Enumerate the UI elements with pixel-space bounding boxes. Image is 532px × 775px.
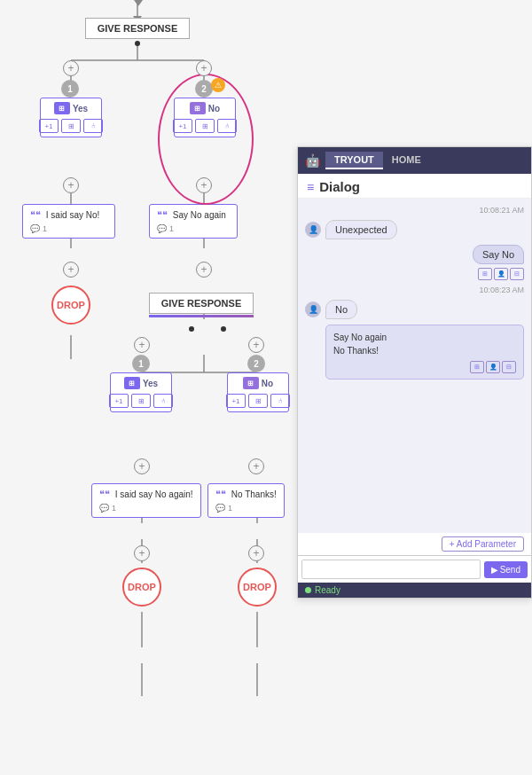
- give-response-node-2[interactable]: GIVE RESPONSE: [149, 293, 254, 314]
- add-btn-right-1[interactable]: +: [196, 60, 212, 76]
- add-btn-gr2-right[interactable]: +: [248, 337, 264, 353]
- branch-action-no-1[interactable]: ⑃: [217, 119, 237, 133]
- badge-lower-right: 2: [247, 355, 265, 372]
- give-response-node-1[interactable]: GIVE RESPONSE: [85, 18, 190, 39]
- action-icon-2c[interactable]: ⊟: [502, 361, 516, 373]
- intent-node-no-1[interactable]: ⊞ No +1 ⊞ ⑃: [174, 98, 236, 137]
- bubble-no: No: [325, 300, 357, 319]
- quote-icon-4: ❝❝: [215, 489, 226, 499]
- bot-line-1: Say No again: [333, 331, 516, 344]
- badge-left-1: 1: [61, 80, 79, 98]
- comment-count-1: 1: [43, 224, 47, 233]
- add-btn-left-1[interactable]: +: [63, 60, 79, 76]
- top-arrow: [134, 0, 143, 6]
- response-text-2: Say No again: [173, 210, 226, 220]
- grid-action-no-1[interactable]: ⊞: [195, 119, 215, 133]
- scroll-spacer: [305, 385, 524, 403]
- add-btn-resp-4[interactable]: +: [248, 545, 264, 561]
- tryout-header: 🤖 TRYOUT HOME: [298, 147, 531, 174]
- branch-dot-2b: [221, 326, 226, 332]
- action-icon-2b[interactable]: 👤: [486, 361, 500, 373]
- intent-node-yes-1[interactable]: ⊞ Yes +1 ⊞ ⑃: [40, 98, 102, 137]
- msg-unexpected-row: 👤 Unexpected: [305, 220, 524, 239]
- action-icon-1b[interactable]: 👤: [494, 268, 508, 280]
- comment-icon-4: 💬: [215, 504, 225, 513]
- comment-icon-2: 💬: [157, 224, 167, 233]
- bubble-say-no: Say No: [473, 245, 524, 264]
- comment-count-2: 1: [169, 224, 174, 233]
- give-response-indicator-2: [149, 315, 254, 317]
- branch-action-yes-2[interactable]: ⑃: [153, 394, 173, 408]
- action-icon-2a[interactable]: ⊞: [470, 361, 484, 373]
- grid-action-yes-2[interactable]: ⊞: [131, 394, 151, 408]
- add-btn-resp-1[interactable]: +: [63, 262, 79, 278]
- branch-action-yes-1[interactable]: ⑃: [83, 119, 103, 133]
- add-btn-gr2-left[interactable]: +: [134, 337, 150, 353]
- response-box-3[interactable]: ❝❝ I said say No again! 💬 1: [91, 483, 201, 518]
- tab-home[interactable]: HOME: [383, 152, 430, 169]
- tryout-tabs: TRYOUT HOME: [325, 152, 430, 169]
- quote-icon-3: ❝❝: [99, 489, 110, 499]
- add-btn-resp-3[interactable]: +: [134, 545, 150, 561]
- action-icons-2: ⊞ 👤 ⊟: [333, 361, 516, 373]
- tab-tryout[interactable]: TRYOUT: [325, 152, 383, 169]
- no-label-2: No: [262, 379, 273, 388]
- chat-area: 10:08:21 AM 👤 Unexpected Say No ⊞ 👤 ⊟: [298, 199, 531, 533]
- response-text-3: I said say No again!: [115, 489, 193, 499]
- branch-dot-2a: [189, 326, 194, 332]
- dialog-title: ≡ Dialog: [298, 174, 531, 199]
- action-icon-1c[interactable]: ⊟: [510, 268, 524, 280]
- comment-count-4: 1: [228, 504, 232, 513]
- add-param-button[interactable]: + Add Parameter: [442, 536, 524, 552]
- action-icon-1a[interactable]: ⊞: [478, 268, 492, 280]
- yes-label-1: Yes: [73, 104, 88, 114]
- response-box-2[interactable]: ❝❝ Say No again 💬 1: [149, 204, 238, 239]
- add-action-no-1[interactable]: +1: [173, 119, 192, 133]
- send-button[interactable]: ▶ Send: [484, 561, 528, 578]
- bot-line-2: No Thanks!: [333, 344, 516, 357]
- give-response-label-1: GIVE RESPONSE: [98, 23, 177, 34]
- timestamp-1: 10:08:21 AM: [305, 206, 524, 215]
- intent-icon-no-2: ⊞: [243, 377, 259, 389]
- chat-input[interactable]: [301, 560, 481, 579]
- add-btn-below-yes-1[interactable]: +: [63, 177, 79, 193]
- add-btn-lower-yes[interactable]: +: [134, 458, 150, 474]
- comment-icon-1: 💬: [30, 224, 40, 233]
- bot-response-block: Say No again No Thanks! ⊞ 👤 ⊟: [325, 325, 524, 380]
- add-btn-lower-no[interactable]: +: [248, 458, 264, 474]
- response-box-4[interactable]: ❝❝ No Thanks! 💬 1: [207, 483, 285, 518]
- intent-node-no-2[interactable]: ⊞ No +1 ⊞ ⑃: [227, 372, 289, 412]
- action-icons-1: ⊞ 👤 ⊟: [478, 268, 524, 280]
- drop-node-3: DROP: [238, 568, 277, 607]
- timestamp-2: 10:08:23 AM: [305, 286, 524, 294]
- dialog-icon: ≡: [307, 180, 314, 194]
- branch-dot-1: [135, 41, 140, 46]
- flow-diagram: GIVE RESPONSE + + 1 2 ⚠ ⊞ Yes +1 ⊞ ⑃ ⊞ N…: [0, 0, 293, 775]
- intent-icon-yes-2: ⊞: [124, 377, 140, 389]
- bubble-unexpected: Unexpected: [325, 220, 397, 239]
- add-btn-resp-2[interactable]: +: [196, 262, 212, 278]
- robot-icon: 🤖: [305, 153, 320, 168]
- input-row: ▶ Send: [298, 555, 531, 583]
- response-box-1[interactable]: ❝❝ I said say No! 💬 1: [22, 204, 115, 239]
- grid-action-no-2[interactable]: ⊞: [248, 394, 268, 408]
- response-text-4: No Thanks!: [231, 489, 277, 499]
- status-dot: [305, 587, 311, 593]
- add-btn-below-no-1[interactable]: +: [196, 177, 212, 193]
- branch-action-no-2[interactable]: ⑃: [270, 394, 290, 408]
- add-action-no-2[interactable]: +1: [226, 394, 246, 408]
- add-action-yes-2[interactable]: +1: [109, 394, 129, 408]
- grid-action-yes-1[interactable]: ⊞: [61, 119, 81, 133]
- comment-count-3: 1: [112, 504, 116, 513]
- yes-label-2: Yes: [143, 379, 158, 388]
- drop-node-1: DROP: [51, 286, 90, 325]
- msg-no-row: 👤 No: [305, 300, 524, 319]
- badge-right-1: 2: [195, 80, 213, 98]
- intent-node-yes-2[interactable]: ⊞ Yes +1 ⊞ ⑃: [110, 372, 172, 412]
- status-label: Ready: [315, 585, 340, 595]
- intent-icon-no-1: ⊞: [190, 102, 206, 114]
- add-action-yes-1[interactable]: +1: [39, 119, 59, 133]
- tryout-panel: 🤖 TRYOUT HOME ≡ Dialog 10:08:21 AM 👤 Une…: [297, 146, 532, 599]
- drop-node-2: DROP: [122, 568, 161, 607]
- no-label-1: No: [208, 104, 220, 114]
